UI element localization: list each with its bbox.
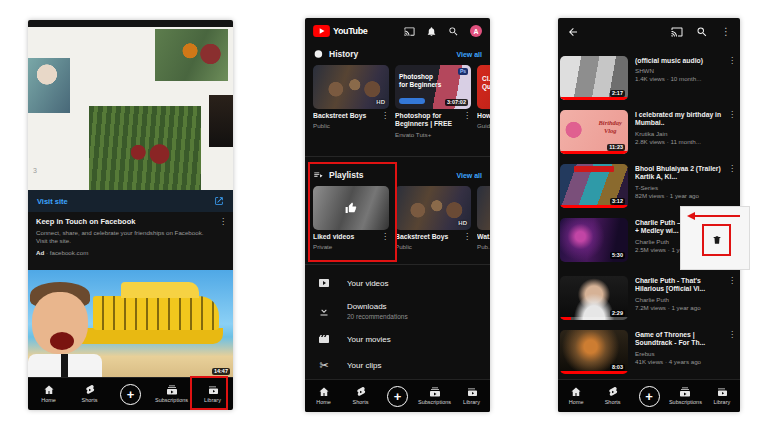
nav-item-create[interactable]: + [379, 386, 416, 407]
kebab-icon[interactable]: ⋮ [463, 233, 471, 241]
creator-tie [61, 354, 68, 378]
nav-item-create[interactable]: + [110, 384, 151, 405]
ps-badge: Ps [458, 68, 468, 75]
kebab-icon[interactable]: ⋮ [728, 277, 736, 285]
menu-item-your-videos[interactable]: Your videos [305, 270, 490, 296]
youtube-logo[interactable]: YouTube [313, 25, 367, 37]
video-row[interactable]: 2:17 (official music audio) SHWN 1.4K vi… [558, 56, 740, 106]
history-page-header: ⋮ [558, 18, 740, 46]
playlist-thumbnail[interactable] [477, 186, 490, 230]
video-thumbnail[interactable]: 2:17 [560, 56, 628, 100]
nav-item-create[interactable]: + [631, 386, 667, 407]
kebab-icon[interactable]: ⋮ [219, 218, 227, 226]
duration-badge: 14:47 [212, 368, 230, 376]
cast-icon[interactable] [404, 26, 415, 37]
video-thumbnail-yacht[interactable]: 14:47 [28, 270, 233, 378]
trash-icon[interactable] [712, 234, 722, 246]
ad-body: Connect, share, and celebrate your frien… [36, 229, 206, 246]
ad-photo-woman [28, 58, 70, 113]
ad-separator: · [46, 249, 48, 256]
video-thumbnail[interactable]: Photoshop for Beginners Ps 3:07:02 [395, 65, 471, 109]
progress-bar-0 [560, 97, 628, 100]
youtube-play-icon [313, 25, 330, 37]
nav-item-subscriptions[interactable]: Subscriptions [667, 386, 703, 406]
download-icon [318, 305, 330, 317]
nav-item-subscriptions[interactable]: Subscriptions [416, 386, 453, 406]
nav-item-shorts[interactable]: Shorts [69, 384, 110, 404]
nav-item-shorts[interactable]: Shorts [594, 386, 630, 406]
trailer-banner [574, 166, 614, 172]
status-bar [28, 20, 233, 27]
annotation-arrow-left [694, 215, 740, 217]
bottom-nav: Home Shorts + Subscriptions Library [305, 379, 490, 412]
divider [305, 156, 490, 157]
kebab-icon[interactable]: ⋮ [381, 112, 389, 120]
history-card[interactable]: Photoshop for Beginners Ps 3:07:02 Photo… [395, 65, 471, 138]
history-view-all[interactable]: View all [456, 51, 482, 58]
search-icon[interactable] [696, 26, 708, 38]
create-plus-icon[interactable]: + [639, 386, 660, 407]
kebab-icon[interactable]: ⋮ [463, 112, 471, 129]
menu-item-downloads[interactable]: Downloads 20 recommendations [305, 296, 490, 326]
visit-site-bar[interactable]: Visit site [28, 190, 233, 212]
visit-site-label[interactable]: Visit site [37, 197, 68, 206]
nav-item-shorts[interactable]: Shorts [342, 386, 379, 406]
annotation-popup-delete [680, 206, 750, 270]
kebab-icon[interactable]: ⋮ [728, 165, 736, 173]
duration-badge: 3:07:02 [445, 99, 468, 107]
create-plus-icon[interactable]: + [120, 384, 141, 405]
ad-title: Keep in Touch on Facebook [36, 217, 225, 226]
nav-item-home[interactable]: Home [558, 386, 594, 406]
video-thumbnail[interactable]: 8:03 [560, 330, 628, 374]
nav-item-home[interactable]: Home [28, 384, 69, 404]
bell-icon[interactable] [426, 26, 437, 37]
progress-bar-2 [560, 205, 628, 208]
history-card[interactable]: HD Backstreet Boys ⋮ Public [313, 65, 389, 129]
your-videos-icon [318, 277, 330, 289]
video-thumbnail[interactable]: Birthday Vlog 11:23 [560, 110, 628, 154]
video-row[interactable]: Birthday Vlog 11:23 I celebrated my birt… [558, 110, 740, 160]
facebook-ad-card[interactable]: Keep in Touch on Facebook ⋮ Connect, sha… [28, 212, 233, 270]
ad-domain[interactable]: facebook.com [50, 249, 89, 256]
video-row[interactable]: 2:29 Charlie Puth - That's Hilarious [Of… [558, 276, 740, 326]
video-thumbnail[interactable]: 2:29 [560, 276, 628, 320]
nav-item-subscriptions[interactable]: Subscriptions [151, 384, 192, 404]
video-thumbnail[interactable]: 3:12 [560, 164, 628, 208]
kebab-icon[interactable]: ⋮ [721, 27, 731, 37]
history-card-clipped[interactable]: Cl.. Qu.. How... Que... Guid... [477, 65, 490, 129]
create-plus-icon[interactable]: + [387, 386, 408, 407]
video-thumbnail[interactable]: HD [313, 65, 389, 109]
playlist-card-clipped[interactable]: Wat... Pub... [477, 186, 490, 250]
nav-item-library[interactable]: Library [453, 386, 490, 406]
nav-item-home[interactable]: Home [305, 386, 342, 406]
shorts-icon [355, 386, 367, 398]
subscriptions-icon [679, 386, 691, 398]
youtube-wordmark: YouTube [333, 26, 367, 36]
video-thumbnail[interactable]: 5:30 [560, 218, 628, 262]
avatar[interactable]: A [470, 25, 482, 37]
menu-item-your-movies[interactable]: Your movies [305, 326, 490, 352]
annotation-box-playlists [308, 162, 397, 262]
kebab-icon[interactable]: ⋮ [728, 331, 736, 339]
yacht-hull [73, 328, 223, 344]
playlists-view-all[interactable]: View all [456, 172, 482, 179]
bottom-nav: Home Shorts + Subscriptions Library [558, 379, 740, 412]
menu-item-your-clips[interactable]: ✂ Your clips [305, 352, 490, 378]
video-thumbnail[interactable]: Cl.. Qu.. [477, 65, 490, 109]
kebab-icon[interactable]: ⋮ [728, 57, 736, 65]
playlist-thumbnail[interactable]: HD [395, 186, 471, 230]
kebab-icon[interactable]: ⋮ [728, 111, 736, 119]
nav-item-library[interactable]: Library [704, 386, 740, 406]
history-clock-icon [313, 49, 323, 59]
playlist-card[interactable]: HD Backstreet Boys ⋮ Public [395, 186, 471, 250]
external-link-icon[interactable] [214, 196, 224, 206]
home-icon [318, 386, 330, 398]
video-row[interactable]: 8:03 Game of Thrones | Soundtrack - For … [558, 330, 740, 380]
back-arrow-icon[interactable] [567, 26, 579, 38]
cast-icon[interactable] [671, 26, 683, 38]
movies-icon [318, 333, 330, 345]
search-icon[interactable] [448, 26, 459, 37]
progress-bar-1 [560, 151, 628, 154]
history-title: History [329, 49, 358, 59]
ad-photo-women-bench [155, 29, 228, 81]
